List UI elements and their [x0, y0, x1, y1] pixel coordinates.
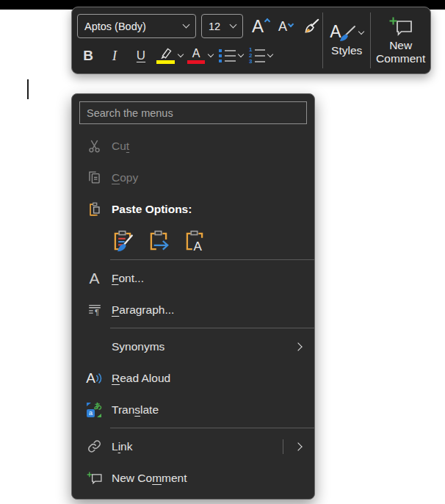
toolbar-format-group: Aptos (Body) 12 A A: [72, 7, 322, 73]
menu-item-paste-options: Paste Options:: [72, 193, 314, 225]
menu-separator: [110, 259, 314, 260]
chevron-down-icon: [183, 21, 190, 29]
text-insertion-cursor: [27, 79, 29, 99]
chevron-down-icon: [358, 29, 364, 35]
highlight-color-button[interactable]: [156, 48, 175, 64]
menu-item-label: Read Aloud: [112, 372, 170, 385]
font-size-value: 12: [209, 21, 220, 32]
menu-separator: [110, 428, 314, 428]
menu-item-paragraph[interactable]: ¶ Paragraph...: [72, 294, 314, 325]
bullet-square-icon: [219, 54, 222, 57]
submenu-arrow-icon: [294, 442, 302, 450]
paste-keep-text-only-button[interactable]: A: [181, 227, 209, 255]
menu-item-label: Paragraph...: [112, 303, 174, 317]
menu-item-translate[interactable]: a あ Translate: [72, 394, 314, 425]
mini-formatting-toolbar: Aptos (Body) 12 A A: [71, 7, 431, 74]
menu-item-read-aloud[interactable]: A Read Aloud: [72, 362, 314, 394]
menu-search: [79, 101, 307, 124]
grow-font-button[interactable]: A: [249, 18, 272, 35]
translate-icon: a あ: [84, 402, 104, 417]
shrink-font-letter: A: [278, 19, 287, 34]
menu-item-font[interactable]: A Font...: [72, 262, 314, 294]
menu-item-label: Link: [112, 440, 132, 453]
bullet-square-icon: [219, 60, 222, 62]
paste-keep-source-formatting-button[interactable]: [109, 227, 137, 255]
numbered-list-button[interactable]: 1 2 3: [249, 48, 265, 64]
caret-down-icon: [288, 21, 294, 27]
menu-item-label: Translate: [112, 403, 159, 417]
menu-item-link[interactable]: Link: [72, 431, 314, 462]
menu-item-label: Cut: [112, 140, 129, 153]
menu-item-label: Font...: [112, 272, 144, 285]
font-color-letter: A: [192, 48, 200, 59]
font-color-button[interactable]: A: [187, 48, 205, 64]
new-comment-label: New Comment: [371, 39, 430, 66]
menu-item-label: Copy: [112, 171, 138, 184]
menu-item-label: New Comment: [112, 472, 187, 485]
font-size-dropdown[interactable]: 12: [201, 14, 243, 38]
toolbar-row-2: B I U A 1: [77, 43, 321, 71]
chevron-down-icon[interactable]: [208, 51, 214, 57]
chevron-down-icon[interactable]: [178, 51, 184, 57]
clipboard-icon: [84, 201, 104, 217]
underline-button[interactable]: U: [130, 48, 152, 63]
highlighter-icon: [157, 48, 175, 60]
search-menus-input[interactable]: [79, 101, 307, 124]
menu-separator: [110, 328, 314, 328]
paste-keep-source-formatting-icon: [110, 228, 135, 253]
italic-button[interactable]: I: [104, 48, 126, 64]
font-dialog-icon: A: [84, 270, 104, 286]
new-comment-icon: [388, 15, 413, 37]
toolbar-row-1: Aptos (Body) 12 A A: [77, 12, 321, 40]
bullet-list-button[interactable]: [219, 49, 236, 62]
read-aloud-icon: A: [84, 371, 104, 385]
svg-text:¶: ¶: [95, 308, 99, 317]
shrink-font-button[interactable]: A: [275, 19, 296, 34]
menu-item-label: Synonyms: [112, 340, 164, 353]
paste-options-label: Paste Options:: [112, 203, 192, 216]
paragraph-dialog-icon: ¶: [84, 302, 104, 318]
font-color-swatch: [187, 60, 205, 64]
font-name-dropdown[interactable]: Aptos (Body): [77, 14, 196, 38]
svg-text:A: A: [194, 240, 203, 253]
caret-up-icon: [264, 18, 270, 24]
grow-font-letter: A: [252, 18, 264, 35]
paste-merge-formatting-button[interactable]: [145, 227, 173, 255]
paste-merge-formatting-icon: [146, 228, 171, 253]
link-icon: [84, 439, 104, 454]
paste-options-row: A: [72, 225, 314, 257]
new-comment-icon: [84, 471, 104, 486]
styles-icon: A: [330, 23, 356, 43]
bold-button[interactable]: B: [77, 48, 99, 64]
submenu-arrow-icon: [294, 342, 302, 350]
split-button-divider: [283, 439, 283, 454]
highlight-color-swatch: [156, 60, 175, 64]
styles-button[interactable]: A Styles: [323, 7, 370, 73]
context-menu: Cut Copy Paste Options:: [71, 93, 315, 500]
chevron-down-icon[interactable]: [238, 51, 244, 57]
menu-item-new-comment[interactable]: New Comment: [72, 462, 314, 494]
menu-item-cut[interactable]: Cut: [72, 130, 314, 162]
bullet-square-icon: [219, 49, 222, 52]
format-painter-icon: [302, 17, 321, 36]
menu-item-copy[interactable]: Copy: [72, 162, 314, 193]
font-name-value: Aptos (Body): [84, 21, 146, 32]
chevron-down-icon[interactable]: [267, 51, 273, 57]
scissors-icon: [84, 138, 104, 154]
menu-item-synonyms[interactable]: Synonyms: [72, 331, 314, 362]
styles-label: Styles: [331, 44, 362, 57]
chevron-down-icon: [230, 21, 237, 29]
new-comment-button[interactable]: New Comment: [371, 7, 430, 73]
copy-icon: [84, 170, 104, 185]
format-painter-button[interactable]: [302, 17, 321, 36]
paste-keep-text-only-icon: A: [182, 228, 207, 253]
